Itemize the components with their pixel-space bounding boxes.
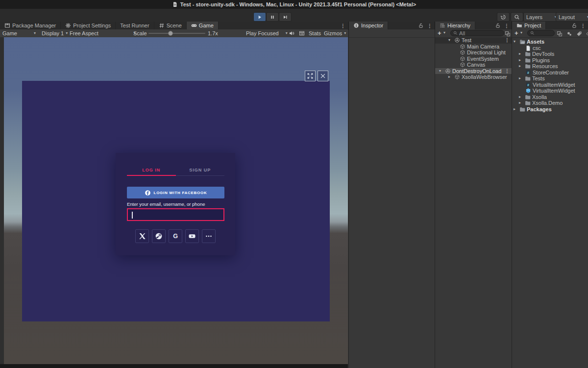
item-label: DontDestroyOnLoad: [452, 68, 501, 74]
project-item-packages[interactable]: ▸Packages: [512, 106, 588, 113]
item-label: XsollaWebBrowser: [462, 74, 507, 80]
folder-icon: [524, 51, 531, 57]
panel-menu-icon[interactable]: ⋮: [504, 23, 509, 28]
project-item-tests[interactable]: ▸Tests: [512, 75, 588, 82]
tab-hierarchy[interactable]: Hierarchy: [435, 22, 475, 29]
item-label: csc: [533, 45, 541, 51]
create-asset-button[interactable]: +: [514, 29, 518, 37]
mute-audio-button[interactable]: [289, 29, 294, 37]
project-item-csc[interactable]: csc: [512, 45, 588, 51]
social-google-button[interactable]: G: [169, 229, 182, 243]
scale-slider[interactable]: [148, 33, 205, 34]
layout-dropdown[interactable]: Layout▾: [556, 12, 588, 22]
project-search-input[interactable]: [527, 30, 555, 36]
project-item-xsolla-demo[interactable]: ▸Xsolla.Demo: [512, 100, 588, 106]
play-button[interactable]: [253, 12, 266, 22]
item-label: Xsolla: [532, 94, 547, 100]
hierarchy-item-canvas[interactable]: Canvas: [435, 62, 512, 68]
gameobject-icon: [459, 49, 466, 55]
expand-arrow-icon[interactable]: ▸: [519, 100, 524, 106]
unlock-icon[interactable]: [418, 23, 424, 28]
search-by-type-icon[interactable]: [566, 30, 572, 37]
tab-scene[interactable]: Scene: [154, 22, 187, 29]
expand-arrow-icon[interactable]: ▸: [514, 106, 519, 113]
collapse-arrow-icon[interactable]: ▾: [514, 39, 519, 45]
game-mode-label: Game: [2, 30, 17, 36]
expand-arrow-icon[interactable]: ▸: [519, 57, 524, 64]
expand-arrow-icon[interactable]: ▸: [448, 74, 454, 80]
project-item-resources[interactable]: ▸Resources: [512, 63, 588, 70]
social-steam-button[interactable]: [152, 229, 166, 243]
fullscreen-button[interactable]: [305, 71, 316, 81]
unlock-icon[interactable]: [495, 23, 501, 28]
project-item-plugins[interactable]: ▸Plugins: [512, 57, 588, 64]
hierarchy-item-directional-light[interactable]: Directional Light: [435, 49, 512, 56]
item-menu-icon[interactable]: ⋮: [505, 37, 512, 44]
expand-arrow-icon[interactable]: ▸: [519, 51, 524, 57]
gear-icon: [65, 23, 71, 28]
undo-history-button[interactable]: [497, 12, 510, 22]
hierarchy-item-xsollawebbrowser[interactable]: ▸XsollaWebBrowser: [435, 74, 512, 80]
social-x-button[interactable]: [135, 229, 149, 243]
project-item-virtualitemwidget[interactable]: VirtualItemWidget: [512, 88, 588, 94]
tab-sign-up[interactable]: SIGN UP: [176, 167, 225, 176]
open-in-search-icon[interactable]: [504, 30, 511, 37]
hierarchy-tab-group: Hierarchy ⋮: [435, 22, 512, 29]
tab-package-manager[interactable]: Package Manager: [0, 22, 61, 29]
collapse-arrow-icon[interactable]: ▾: [448, 37, 454, 44]
stats-toggle[interactable]: Stats: [309, 29, 321, 37]
vsync-capture-button[interactable]: [299, 29, 305, 37]
expand-arrow-icon[interactable]: ▸: [519, 63, 524, 70]
aspect-dropdown[interactable]: Free Aspect▾: [70, 29, 136, 37]
tab-project[interactable]: Project: [512, 22, 546, 29]
project-item-devtools[interactable]: ▸DevTools: [512, 51, 588, 57]
tab-label: Test Runner: [120, 23, 149, 28]
item-label: Directional Light: [467, 49, 506, 56]
search-button[interactable]: [511, 12, 523, 22]
play-focused-dropdown[interactable]: Play Focused▾: [246, 29, 288, 37]
item-menu-icon[interactable]: ⋮: [505, 68, 512, 74]
project-item-xsolla[interactable]: ▸Xsolla: [512, 94, 588, 100]
close-dialog-button[interactable]: [318, 71, 328, 81]
display-dropdown[interactable]: Display 1▾: [42, 29, 68, 37]
expand-arrow-icon[interactable]: ▸: [519, 75, 524, 82]
hierarchy-search-input[interactable]: All: [450, 30, 504, 36]
hidden-packages-eye-icon[interactable]: [586, 30, 588, 37]
project-item-storecontroller[interactable]: #StoreController: [512, 70, 588, 76]
svg-text:G: G: [173, 233, 178, 240]
tab-log-in[interactable]: LOG IN: [127, 167, 176, 176]
tab-test-runner[interactable]: Test Runner: [116, 22, 154, 29]
step-button[interactable]: [279, 12, 292, 22]
panel-menu-icon[interactable]: ⋮: [581, 23, 586, 28]
tab-project-settings[interactable]: Project Settings: [61, 22, 116, 29]
gizmos-label: Gizmos: [324, 30, 342, 36]
unlock-icon[interactable]: [571, 23, 577, 28]
hierarchy-item-dontdestroyonload[interactable]: ▾DontDestroyOnLoad⋮: [435, 68, 512, 74]
game-mode-dropdown[interactable]: Game▾: [2, 29, 36, 37]
gameobject-icon: [459, 62, 466, 68]
tab-game[interactable]: Game: [187, 22, 219, 29]
hierarchy-item-main-camera[interactable]: Main Camera: [435, 44, 512, 50]
social-youtube-button[interactable]: [185, 229, 199, 243]
collapse-arrow-icon[interactable]: ▾: [439, 68, 444, 74]
open-in-search-icon[interactable]: [556, 30, 563, 37]
panel-menu-icon[interactable]: ⋮: [427, 23, 432, 28]
hierarchy-item-test[interactable]: ▾Test⋮: [435, 37, 512, 44]
hierarchy-item-eventsystem[interactable]: EventSystem: [435, 56, 512, 62]
gizmos-dropdown[interactable]: Gizmos▾: [324, 29, 346, 37]
social-more-button[interactable]: [202, 229, 216, 243]
gameobject-icon: [454, 74, 460, 80]
project-item-assets[interactable]: ▾Assets: [512, 39, 588, 45]
project-item-virtualitemwidget[interactable]: #VirtualItemWidget: [512, 82, 588, 88]
tab-inspector[interactable]: Inspector: [349, 22, 388, 29]
expand-arrow-icon[interactable]: ▸: [519, 94, 524, 100]
pause-button[interactable]: [266, 12, 279, 22]
email-input[interactable]: [127, 208, 224, 221]
layers-dropdown[interactable]: Layers▾: [523, 12, 560, 22]
search-by-label-icon[interactable]: [576, 30, 582, 37]
scale-slider-knob[interactable]: [168, 31, 173, 36]
panel-menu-icon[interactable]: ⋮: [341, 23, 345, 28]
hierarchy-tab-label: Hierarchy: [447, 23, 470, 28]
login-with-facebook-button[interactable]: LOGIN WITH FACEBOOK: [127, 187, 224, 198]
create-object-button[interactable]: +: [438, 29, 441, 37]
